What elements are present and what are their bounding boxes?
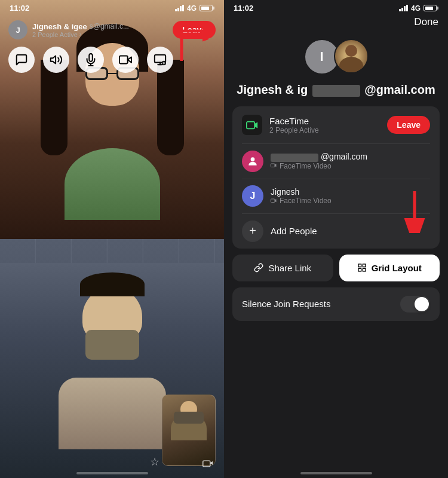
svg-rect-10: [203, 461, 210, 467]
participant-name-2: Jignesh: [271, 187, 332, 197]
mic-button[interactable]: [78, 47, 104, 73]
participant-row-1: @gmail.com FaceTime Video: [232, 144, 440, 179]
svg-rect-15: [271, 164, 275, 167]
svg-rect-19: [358, 264, 361, 267]
svg-rect-12: [247, 121, 254, 128]
done-button[interactable]: Done: [414, 16, 438, 28]
svg-rect-22: [363, 268, 366, 271]
svg-rect-17: [271, 199, 275, 203]
facetime-subtitle: 2 People Active: [269, 126, 319, 134]
grid-layout-label: Grid Layout: [372, 263, 422, 273]
svg-rect-20: [363, 264, 366, 267]
participant-avatar-1: [242, 151, 263, 172]
right-header: Done: [224, 15, 448, 33]
camera-button[interactable]: [112, 47, 139, 73]
redacted-text: [312, 85, 360, 97]
share-link-button[interactable]: Share Link: [232, 255, 333, 281]
home-indicator-right: [300, 472, 372, 474]
participant-info-1: @gmail.com FaceTime Video: [271, 152, 367, 170]
network-right: 4G: [411, 4, 421, 13]
silence-label: Silence Join Requests: [242, 299, 330, 309]
battery-right: [424, 5, 438, 11]
action-buttons: Share Link Grid Layout: [232, 255, 440, 281]
facetime-info: FaceTime 2 People Active: [242, 115, 319, 135]
signal-bars-right: [399, 5, 408, 11]
chat-button[interactable]: [8, 47, 35, 73]
silence-row: Silence Join Requests: [232, 287, 440, 321]
video-bottom-content: [0, 239, 224, 478]
call-title-right: Jignesh & ig @gmail.com: [224, 78, 448, 106]
facetime-title: FaceTime: [269, 116, 319, 126]
silence-toggle[interactable]: [400, 296, 430, 312]
red-arrow-left: [155, 19, 208, 67]
facetime-row: FaceTime 2 People Active Leave: [232, 106, 440, 143]
add-icon: +: [242, 220, 263, 242]
time-right: 11:02: [234, 4, 253, 13]
avatar-photo: [334, 39, 369, 73]
participant-status-1: FaceTime Video: [271, 162, 367, 170]
status-icons-right: 4G: [399, 4, 438, 13]
participant-name-1: @gmail.com: [271, 152, 367, 161]
svg-rect-21: [358, 268, 361, 271]
home-indicator-left: [76, 472, 148, 474]
facetime-text: FaceTime 2 People Active: [269, 116, 319, 134]
status-bar-right: 11:02 4G: [224, 0, 448, 15]
avatars-row: I: [224, 33, 448, 78]
add-people-label: Add People: [271, 226, 317, 236]
svg-marker-0: [51, 56, 56, 64]
participant-status-2: FaceTime Video: [271, 197, 332, 205]
share-link-label: Share Link: [268, 263, 311, 273]
star-icon: ☆: [150, 455, 159, 468]
video-bottom: [0, 239, 224, 478]
pip-video: [162, 394, 216, 466]
participant-avatar-2: J: [242, 185, 263, 207]
camera-icon: [202, 459, 213, 470]
leave-button-right[interactable]: Leave: [387, 116, 430, 134]
facetime-icon: [242, 115, 262, 135]
svg-point-14: [251, 157, 255, 161]
grid-layout-button[interactable]: Grid Layout: [339, 255, 440, 281]
left-panel: 11:02 4G J Jignesh & igee s@gmail.c...: [0, 0, 224, 478]
red-arrow-right: [391, 185, 438, 233]
participant-info-2: Jignesh FaceTime Video: [271, 187, 332, 205]
svg-rect-4: [119, 56, 128, 64]
right-panel: 11:02 4G Done I Jignesh & ig @gmail.com: [224, 0, 448, 478]
speaker-button[interactable]: [43, 47, 69, 73]
